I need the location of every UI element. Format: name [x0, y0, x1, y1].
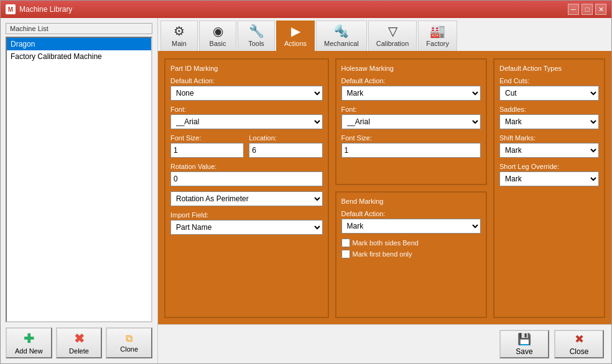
holesaw-fontsize-label: Font Size: [341, 134, 481, 142]
part-id-marking-title: Part ID Marking [170, 65, 323, 72]
end-cuts-group: End Cuts: Cut Mark None Skip [499, 77, 599, 101]
mechanical-tab-label: Mechanical [324, 40, 359, 47]
tab-tools[interactable]: 🔧 Tools [238, 20, 275, 51]
saddles-group: Saddles: Mark Cut None Skip [499, 106, 599, 129]
part-id-font-select[interactable]: __Arial [170, 114, 323, 129]
calibration-tab-icon: ▽ [388, 24, 397, 39]
part-id-marking-panel: Part ID Marking Default Action: None Mar… [164, 58, 329, 318]
part-id-rotation-as-group: Rotation As Perimeter [170, 191, 323, 206]
holesaw-marking-title: Holesaw Marking [341, 65, 481, 72]
actions-tab-label: Actions [284, 40, 307, 47]
part-id-fontsize-input[interactable] [170, 143, 244, 158]
add-new-button[interactable]: ✚ Add New [6, 327, 52, 358]
delete-label: Delete [69, 347, 89, 355]
middle-column: Holesaw Marking Default Action: None Mar… [335, 58, 488, 318]
mark-both-sides-checkbox[interactable] [341, 239, 350, 247]
tab-actions[interactable]: ▶ Actions [276, 20, 315, 52]
basic-tab-icon: ◉ [213, 24, 223, 39]
short-leg-override-select[interactable]: Mark Cut None Skip [499, 171, 599, 186]
main-content: Machine List Dragon Factory Calibrated M… [1, 18, 611, 363]
machine-list[interactable]: Dragon Factory Calibrated Machine [6, 37, 152, 322]
calibration-tab-label: Calibration [376, 40, 409, 47]
close-label: Close [570, 347, 589, 356]
part-id-rotation-input[interactable] [170, 171, 323, 186]
saddles-select[interactable]: Mark Cut None Skip [499, 114, 599, 129]
shift-marks-select[interactable]: Mark Cut None Skip [499, 143, 599, 158]
holesaw-default-action-group: Default Action: None Mark Cut Skip [341, 77, 481, 101]
tab-factory[interactable]: 🏭 Factory [418, 20, 457, 51]
part-id-location-group: Location: [249, 134, 322, 158]
machine-list-label: Machine List [6, 23, 152, 34]
save-label: Save [516, 347, 532, 356]
part-id-import-field-label: Import Field: [170, 211, 323, 219]
tab-main[interactable]: ⚙ Main [160, 20, 198, 51]
save-button[interactable]: 💾 Save [499, 330, 549, 358]
part-id-font-group: Font: __Arial [170, 106, 323, 129]
mark-first-bend-checkbox[interactable] [341, 250, 350, 258]
part-id-rotation-as-select[interactable]: Rotation As Perimeter [170, 191, 323, 206]
factory-tab-icon: 🏭 [430, 24, 445, 39]
close-button[interactable]: ✖ Close [554, 330, 604, 358]
actions-tab-icon: ▶ [291, 24, 300, 39]
panels-row: Part ID Marking Default Action: None Mar… [164, 58, 605, 318]
holesaw-fontsize-group: Font Size: [341, 134, 481, 158]
right-panel: ⚙ Main ◉ Basic 🔧 Tools ▶ Actions 🔩 M [158, 18, 611, 363]
part-id-font-label: Font: [170, 106, 323, 113]
part-id-default-action-group: Default Action: None Mark Cut Skip [170, 77, 323, 101]
machine-item-dragon[interactable]: Dragon [7, 38, 151, 50]
clone-button[interactable]: ⧉ Clone [106, 327, 152, 358]
bend-marking-panel: Bend Marking Default Action: None Mark C… [335, 191, 488, 318]
tools-tab-icon: 🔧 [249, 24, 264, 39]
mark-first-bend-group: Mark first bend only [341, 250, 481, 258]
part-id-location-label: Location: [249, 134, 322, 142]
minimize-button[interactable]: ─ [568, 4, 579, 15]
holesaw-default-action-label: Default Action: [341, 77, 481, 84]
delete-button[interactable]: ✖ Delete [56, 327, 103, 358]
save-icon: 💾 [517, 332, 531, 346]
part-id-import-field-select[interactable]: Part Name [170, 220, 323, 235]
short-leg-override-label: Short Leg Override: [499, 163, 599, 170]
bend-marking-title: Bend Marking [341, 198, 481, 205]
holesaw-default-action-select[interactable]: None Mark Cut Skip [341, 86, 481, 101]
add-label: Add New [15, 347, 43, 355]
app-icon: M [6, 4, 16, 14]
part-id-location-input[interactable] [249, 143, 322, 158]
clone-icon: ⧉ [126, 333, 132, 344]
machine-item-factory[interactable]: Factory Calibrated Machine [7, 50, 151, 63]
tab-calibration[interactable]: ▽ Calibration [368, 20, 417, 51]
part-id-fontsize-label: Font Size: [170, 134, 244, 142]
tools-tab-label: Tools [248, 40, 264, 47]
bottom-bar: 💾 Save ✖ Close [158, 324, 611, 363]
holesaw-font-select[interactable]: __Arial [341, 114, 481, 129]
part-id-default-action-select[interactable]: None Mark Cut Skip [170, 86, 323, 101]
main-window: M Machine Library ─ □ ✕ Machine List Dra… [0, 0, 612, 364]
bend-default-action-label: Default Action: [341, 210, 481, 217]
content-area: Part ID Marking Default Action: None Mar… [158, 52, 611, 324]
maximize-button[interactable]: □ [582, 4, 593, 15]
sidebar: Machine List Dragon Factory Calibrated M… [1, 18, 158, 363]
tab-bar: ⚙ Main ◉ Basic 🔧 Tools ▶ Actions 🔩 M [158, 18, 611, 52]
window-title: Machine Library [19, 5, 72, 14]
close-icon: ✖ [575, 332, 584, 346]
part-id-rotation-group: Rotation Value: [170, 163, 323, 186]
shift-marks-group: Shift Marks: Mark Cut None Skip [499, 134, 599, 158]
end-cuts-select[interactable]: Cut Mark None Skip [499, 86, 599, 101]
window-close-button[interactable]: ✕ [595, 4, 606, 15]
default-action-types-title: Default Action Types [499, 65, 599, 72]
short-leg-override-group: Short Leg Override: Mark Cut None Skip [499, 163, 599, 186]
main-tab-icon: ⚙ [174, 24, 185, 39]
holesaw-fontsize-input[interactable] [341, 143, 481, 158]
factory-tab-label: Factory [426, 40, 449, 47]
holesaw-marking-panel: Holesaw Marking Default Action: None Mar… [335, 58, 488, 185]
part-id-rotation-label: Rotation Value: [170, 163, 323, 170]
clone-label: Clone [120, 345, 138, 353]
shift-marks-label: Shift Marks: [499, 134, 599, 142]
default-action-types-panel: Default Action Types End Cuts: Cut Mark … [493, 58, 605, 318]
tab-mechanical[interactable]: 🔩 Mechanical [316, 20, 367, 51]
tab-basic[interactable]: ◉ Basic [199, 20, 236, 51]
delete-icon: ✖ [74, 331, 85, 346]
bend-default-action-select[interactable]: None Mark Cut Skip [341, 219, 481, 234]
part-id-import-field-group: Import Field: Part Name [170, 211, 323, 235]
mechanical-tab-icon: 🔩 [333, 24, 349, 39]
main-tab-label: Main [172, 40, 187, 47]
